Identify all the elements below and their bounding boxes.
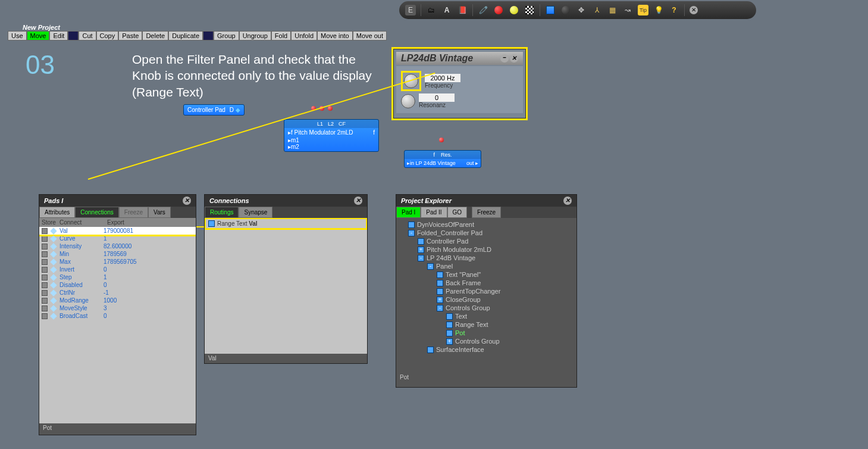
fold-button[interactable]: Fold [271, 31, 291, 40]
attr-row-curve[interactable]: Curve1 [39, 235, 196, 242]
lp24db-node[interactable]: f Res. ▸in LP 24dB Vintage out ▸ [404, 150, 481, 168]
connections-panel-titlebar[interactable]: Connections ✕ [205, 195, 367, 207]
duplicate-button[interactable]: Duplicate [168, 31, 203, 40]
filter-panel[interactable]: LP24dB Vintage – ✕ 2000 Hz Frequency 0 R… [393, 49, 526, 119]
group-button[interactable]: Group [214, 31, 239, 40]
tab-freeze[interactable]: Freeze [119, 207, 148, 218]
tree-item[interactable]: +Pitch Modulator 2mLD [396, 245, 576, 254]
tab-vars[interactable]: Vars [148, 207, 171, 218]
port-dot-icon[interactable] [328, 106, 333, 111]
expand-icon[interactable]: + [437, 297, 443, 303]
tool-window-icon[interactable] [545, 5, 556, 15]
attr-row-val[interactable]: Val179000081 [39, 227, 196, 235]
tree-item[interactable]: Range Text [396, 320, 576, 329]
store-checkbox[interactable] [42, 259, 48, 265]
toolbar-close-icon[interactable]: ✕ [690, 6, 698, 14]
store-checkbox[interactable] [42, 228, 48, 234]
tab-attributes[interactable]: Attributes [39, 207, 75, 218]
attr-row-movestyle[interactable]: MoveStyle3 [39, 304, 196, 312]
minimize-icon[interactable]: – [500, 54, 509, 63]
attr-row-intensity[interactable]: Intensity82.600000 [39, 242, 196, 250]
pads-panel[interactable]: Pads I ✕ Attributes Connections Freeze V… [39, 194, 196, 435]
attr-row-max[interactable]: Max1789569705 [39, 258, 196, 266]
cut-button[interactable]: Cut [79, 31, 96, 40]
tree-item[interactable]: Text [396, 312, 576, 320]
tree-item[interactable]: Pot [396, 329, 576, 337]
tool-calendar-icon[interactable]: 📕 [457, 5, 468, 15]
filter-panel-titlebar[interactable]: LP24dB Vintage – ✕ [396, 52, 523, 65]
tool-dark-sphere-icon[interactable] [560, 5, 571, 15]
pads-panel-titlebar[interactable]: Pads I ✕ [39, 195, 196, 207]
store-checkbox[interactable] [42, 244, 48, 250]
tool-bulb-small-icon[interactable]: 🧷 [478, 5, 488, 15]
close-icon[interactable]: ✕ [354, 197, 362, 205]
store-checkbox[interactable] [42, 305, 48, 311]
attr-row-modrange[interactable]: ModRange1000 [39, 297, 196, 304]
attr-row-invert[interactable]: Invert0 [39, 266, 196, 273]
copy-button[interactable]: Copy [96, 31, 119, 40]
tree-item[interactable]: -Panel [396, 262, 576, 270]
tree-item[interactable]: +CloseGroup [396, 295, 576, 304]
tool-tip-icon[interactable]: Tip [638, 5, 648, 15]
move-button[interactable]: Move [27, 31, 50, 40]
store-checkbox[interactable] [42, 313, 48, 319]
tool-checker-icon[interactable] [524, 5, 535, 15]
tool-grid-icon[interactable]: ▦ [607, 5, 618, 15]
expand-icon[interactable]: - [408, 230, 415, 236]
tool-text-icon[interactable]: A [441, 5, 452, 15]
tool-axis-icon[interactable]: ⅄ [591, 5, 602, 15]
pitch-modulator-node[interactable]: L1 L2 CF ▸f Pitch Modulator 2mLD f ▸m1 ▸… [284, 119, 379, 152]
store-checkbox[interactable] [42, 251, 48, 257]
unfold-button[interactable]: Unfold [291, 31, 317, 40]
attr-row-min[interactable]: Min1789569 [39, 250, 196, 258]
tab-pad1[interactable]: Pad I [396, 207, 421, 218]
attr-row-step[interactable]: Step1 [39, 273, 196, 281]
store-checkbox[interactable] [42, 282, 48, 288]
project-explorer-panel[interactable]: Project Explorer ✕ Pad I Pad II GO Freez… [396, 194, 577, 388]
move-into-button[interactable]: Move into [317, 31, 353, 40]
expand-icon[interactable]: + [446, 338, 453, 345]
delete-button[interactable]: Delete [142, 31, 168, 40]
tab-routings[interactable]: Routings [205, 207, 239, 218]
close-icon[interactable]: ✕ [563, 197, 572, 205]
tree-item[interactable]: +Controls Group [396, 337, 576, 345]
tab-go[interactable]: GO [447, 207, 468, 218]
controller-pad-node[interactable]: Controller Pad D ◆ [183, 104, 245, 116]
store-checkbox[interactable] [42, 236, 48, 242]
resonance-value[interactable]: 0 [419, 93, 455, 102]
tree-item[interactable]: DynVoicesOfParent [396, 220, 576, 229]
attr-row-broadcast[interactable]: BroadCast0 [39, 312, 196, 320]
attr-row-ctrlnr[interactable]: CtrlNr-1 [39, 289, 196, 297]
port-dot-icon[interactable] [439, 138, 444, 142]
tab-freeze[interactable]: Freeze [472, 207, 501, 218]
tab-connections[interactable]: Connections [75, 207, 119, 218]
tool-move-icon[interactable]: ✥ [576, 5, 587, 15]
connections-panel[interactable]: Connections ✕ Routings Synapse Range Tex… [204, 194, 368, 364]
tree-item[interactable]: -LP 24dB Vintage [396, 254, 576, 262]
tree-item[interactable]: ParentTopChanger [396, 287, 576, 295]
tree-item[interactable]: Back Frame [396, 279, 576, 287]
store-checkbox[interactable] [42, 298, 48, 304]
close-icon[interactable]: ✕ [183, 197, 191, 205]
edit-button[interactable]: Edit [49, 31, 68, 40]
use-button[interactable]: Use [8, 31, 27, 40]
tool-yellow-sphere-icon[interactable] [509, 5, 519, 15]
store-checkbox[interactable] [42, 290, 48, 296]
connection-item[interactable]: Range Text Val [206, 219, 366, 228]
tool-bulb-icon[interactable]: 💡 [653, 5, 664, 15]
tree-item[interactable]: Text "Panel" [396, 270, 576, 279]
close-icon[interactable]: ✕ [510, 54, 518, 63]
paste-button[interactable]: Paste [118, 31, 142, 40]
store-checkbox[interactable] [42, 267, 48, 273]
tab-synapse[interactable]: Synapse [239, 207, 272, 218]
tree-item[interactable]: -Folded_Controller Pad [396, 229, 576, 237]
tool-trace-icon[interactable]: ↝ [622, 5, 633, 15]
tree-item[interactable]: Controller Pad [396, 237, 576, 245]
expand-icon[interactable]: - [418, 255, 424, 261]
move-out-button[interactable]: Move out [353, 31, 387, 40]
expand-icon[interactable]: + [418, 247, 424, 253]
expand-icon[interactable]: - [427, 263, 434, 270]
tool-e-icon[interactable]: E [405, 5, 416, 15]
resonance-knob[interactable] [401, 94, 415, 108]
tool-help-icon[interactable]: ? [669, 5, 679, 15]
